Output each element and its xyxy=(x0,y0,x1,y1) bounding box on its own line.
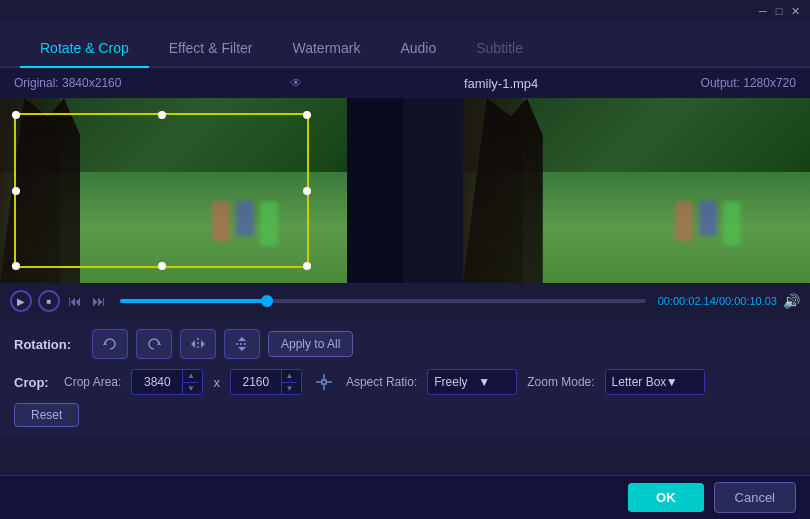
zoom-mode-arrow-icon: ▼ xyxy=(666,375,678,389)
crop-width-up[interactable]: ▲ xyxy=(182,370,198,383)
maximize-button[interactable]: □ xyxy=(772,4,786,18)
crop-handle-top-center[interactable] xyxy=(158,111,166,119)
volume-icon[interactable]: 🔊 xyxy=(783,293,800,309)
rotation-label: Rotation: xyxy=(14,337,84,352)
next-frame-button[interactable]: ⏭ xyxy=(90,293,108,309)
rotation-row: Rotation: xyxy=(14,329,796,359)
progress-fill xyxy=(120,299,267,303)
preview-right xyxy=(463,98,810,283)
aspect-ratio-label: Aspect Ratio: xyxy=(346,375,417,389)
background-figures-right xyxy=(675,201,741,246)
ok-button[interactable]: OK xyxy=(628,483,704,512)
figure-r-2 xyxy=(699,201,717,236)
silhouette-right xyxy=(463,98,543,283)
crop-height-up[interactable]: ▲ xyxy=(281,370,297,383)
minimize-button[interactable]: ─ xyxy=(756,4,770,18)
preview-area xyxy=(0,98,810,283)
tab-watermark[interactable]: Watermark xyxy=(273,30,381,68)
crop-width-input[interactable] xyxy=(132,373,182,391)
eye-icon[interactable]: 👁 xyxy=(290,76,302,90)
preview-left xyxy=(0,98,347,283)
playback-bar: ▶ ■ ⏮ ⏭ 00:00:02.14/00:00:10.03 🔊 xyxy=(0,283,810,319)
crop-label: Crop: xyxy=(14,375,54,390)
flip-vertical-button[interactable] xyxy=(224,329,260,359)
video-background-right xyxy=(463,98,810,283)
tab-bar: Rotate & Crop Effect & Filter Watermark … xyxy=(0,22,810,68)
crop-width-arrows: ▲ ▼ xyxy=(182,370,198,394)
crop-handle-top-right[interactable] xyxy=(303,111,311,119)
zoom-mode-value: Letter Box xyxy=(612,375,667,389)
aspect-ratio-arrow-icon: ▼ xyxy=(478,375,490,389)
reset-row: Reset xyxy=(14,403,796,427)
crop-height-down[interactable]: ▼ xyxy=(281,383,297,395)
reset-button[interactable]: Reset xyxy=(14,403,79,427)
apply-to-all-button[interactable]: Apply to All xyxy=(268,331,353,357)
aspect-ratio-value: Freely xyxy=(434,375,467,389)
zoom-mode-label: Zoom Mode: xyxy=(527,375,594,389)
svg-marker-4 xyxy=(201,340,205,348)
flip-horizontal-button[interactable] xyxy=(180,329,216,359)
svg-marker-3 xyxy=(191,340,195,348)
crop-handle-bottom-center[interactable] xyxy=(158,262,166,270)
aspect-ratio-select[interactable]: Freely ▼ xyxy=(427,369,517,395)
figure-r-1 xyxy=(675,201,693,241)
tab-subtitle: Subtitle xyxy=(456,30,543,68)
svg-rect-12 xyxy=(322,380,326,384)
play-button[interactable]: ▶ xyxy=(10,290,32,312)
crop-height-input[interactable] xyxy=(231,373,281,391)
rotate-left-button[interactable] xyxy=(92,329,128,359)
bottom-bar: OK Cancel xyxy=(0,475,810,519)
controls-area: Rotation: xyxy=(0,319,810,437)
tab-effect-filter[interactable]: Effect & Filter xyxy=(149,30,273,68)
crop-row: Crop: Crop Area: ▲ ▼ x ▲ ▼ xyxy=(14,369,796,395)
dimension-separator: x xyxy=(213,375,220,390)
crop-handle-bottom-right[interactable] xyxy=(303,262,311,270)
svg-marker-7 xyxy=(238,347,246,351)
tab-rotate-crop[interactable]: Rotate & Crop xyxy=(20,30,149,68)
filename-label: family-1.mp4 xyxy=(464,76,538,91)
crop-handle-top-left[interactable] xyxy=(12,111,20,119)
prev-frame-button[interactable]: ⏮ xyxy=(66,293,84,309)
title-bar: ─ □ ✕ xyxy=(0,0,810,22)
svg-marker-6 xyxy=(238,337,246,341)
rotate-right-button[interactable] xyxy=(136,329,172,359)
figure-r-3 xyxy=(723,201,741,246)
original-resolution: Original: 3840x2160 xyxy=(14,76,121,90)
crop-height-input-wrap[interactable]: ▲ ▼ xyxy=(230,369,302,395)
info-bar: Original: 3840x2160 👁 family-1.mp4 Outpu… xyxy=(0,68,810,98)
crop-height-arrows: ▲ ▼ xyxy=(281,370,297,394)
preview-separator xyxy=(347,98,403,283)
crop-center-icon xyxy=(312,370,336,394)
crop-handle-middle-left[interactable] xyxy=(12,187,20,195)
crop-handle-middle-right[interactable] xyxy=(303,187,311,195)
zoom-mode-select[interactable]: Letter Box ▼ xyxy=(605,369,705,395)
output-resolution: Output: 1280x720 xyxy=(701,76,796,90)
close-button[interactable]: ✕ xyxy=(788,4,802,18)
crop-width-input-wrap[interactable]: ▲ ▼ xyxy=(131,369,203,395)
crop-area-label: Crop Area: xyxy=(64,375,121,389)
crop-width-down[interactable]: ▼ xyxy=(182,383,198,395)
progress-thumb[interactable] xyxy=(261,295,273,307)
crop-handle-bottom-left[interactable] xyxy=(12,262,20,270)
progress-track[interactable] xyxy=(120,299,646,303)
tab-audio[interactable]: Audio xyxy=(380,30,456,68)
crop-box[interactable] xyxy=(14,113,309,268)
stop-button[interactable]: ■ xyxy=(38,290,60,312)
cancel-button[interactable]: Cancel xyxy=(714,482,796,513)
time-display: 00:00:02.14/00:00:10.03 xyxy=(658,295,777,307)
